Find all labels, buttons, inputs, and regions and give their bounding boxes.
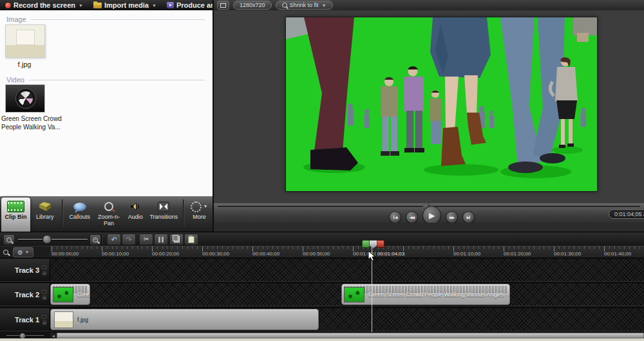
tab-label: Clip Bin [5,214,27,221]
tab-label: Callouts [70,214,91,221]
tab-separator [62,199,62,226]
video-section-label: Video [6,76,24,84]
gear-icon: ⚙ [17,249,23,256]
playhead-grip[interactable] [369,240,377,248]
link-icon[interactable] [41,290,47,293]
edit-dimensions-icon-button[interactable] [217,1,229,10]
callouts-icon [73,201,86,212]
main-toolbar: Record the screen ▼ Import media ▼ Produ… [0,0,213,10]
track-row-1[interactable]: f.jpg Track 1 [0,308,644,331]
clip-bin-icon [7,201,24,212]
chevron-down-icon: ▼ [25,250,29,254]
tab-label: Transitions [149,214,178,221]
horizontal-scrollbar[interactable]: ◀ [50,333,644,338]
bin-item-image-label: f.jpg [5,60,44,68]
zoom-n-pan-icon [104,201,113,212]
shrink-to-fit-button[interactable]: Shrink to fit ▼ [276,1,333,10]
timeline-zoom-in-button[interactable]: + [90,234,101,245]
ruler-label: 00:00:50;00 [303,251,330,257]
selection-out-marker[interactable] [377,240,384,248]
split-button[interactable] [154,234,168,245]
track-name: Track 1 [15,316,39,324]
timeline-ruler[interactable]: 00:00:00;00 00:00:10;00 00:00:20;00 00:0… [50,246,644,257]
track-row-3[interactable]: Track 3 [0,258,644,282]
film-reel-icon [16,89,35,108]
clip-footage[interactable]: Green Screen Crowd People Walking Variou… [341,284,510,305]
track-row-2[interactable]: Green Green Screen Crowd People Walking … [0,282,644,306]
magnifier-icon [3,250,8,255]
clip-thumbnail [54,311,73,328]
playback-control-bar: ◀ ◀◀ ▶ ▶▶ ▶ 0:01:04;05 / 0:0 [214,203,644,223]
lock-icon[interactable] [43,322,46,324]
more-icon: ▼ [191,201,207,212]
tab-more[interactable]: ▼ More [186,198,213,232]
scroll-left-button[interactable]: ◀ [50,333,57,338]
scissors-icon: ✂ [144,236,149,243]
copy-icon [174,236,180,243]
jump-to-start-button[interactable]: ◀ [389,211,401,223]
jump-to-end-button[interactable]: ▶ [462,211,475,223]
lock-icon[interactable] [43,297,46,299]
magnifier-icon [282,3,287,8]
record-screen-label: Record the screen [14,1,75,9]
timeline-tracks: Track 3 Green Green Screen Crowd People … [0,257,644,333]
link-icon[interactable] [41,315,47,318]
copy-button[interactable] [169,234,184,245]
tab-label: More [193,214,206,221]
lock-icon[interactable] [43,272,46,275]
step-back-button[interactable]: ◀◀ [406,211,418,223]
tab-clip-bin[interactable]: Clip Bin [1,198,30,232]
record-screen-button[interactable]: Record the screen ▼ [5,1,83,9]
panel-divider [213,0,214,232]
shrink-to-fit-label: Shrink to fit [290,2,319,8]
toolbar-separator [101,234,102,244]
tab-label: Zoom-n-Pan [95,214,122,227]
play-button[interactable]: ▶ [422,206,441,225]
timeline-zoom-out-button[interactable]: - [3,234,15,245]
tab-callouts[interactable]: Callouts [65,198,94,232]
track-header-1[interactable]: Track 1 [0,308,50,331]
dimensions-button[interactable]: 1280x720 [233,1,272,10]
scrollbar-thumb[interactable] [57,333,644,338]
cut-button[interactable]: ✂ [139,234,153,245]
track-header-2[interactable]: Track 2 [0,283,50,306]
chevron-down-icon: ▼ [79,3,83,8]
dimensions-label: 1280x720 [240,2,265,8]
import-media-label: Import media [104,1,149,9]
redo-button[interactable]: ↷ [122,234,136,245]
timeline-options-button[interactable]: ⚙▼ [13,247,33,257]
tab-label: Audio [128,214,143,221]
clip-green[interactable]: Green [50,284,90,305]
paste-icon [188,236,194,243]
bin-item-image-thumbnail[interactable] [5,24,45,58]
tab-transitions[interactable]: Transitions [147,198,180,232]
image-section-label: Image [6,15,26,23]
clip-label: f.jpg [77,317,88,323]
ruler-label: 00:01:10;00 [453,251,480,257]
paste-button[interactable] [184,234,198,245]
timeline-zoom-slider-handle[interactable] [43,235,52,244]
playhead-time-label: 00:01:04;03 [376,251,406,257]
tab-audio[interactable]: Audio [124,198,147,232]
selection-in-marker[interactable] [362,240,370,248]
undo-button[interactable]: ↶ [107,234,121,245]
import-media-button[interactable]: Import media ▼ [93,1,156,9]
playhead[interactable] [362,240,384,248]
link-icon[interactable] [41,265,47,269]
track-header-3[interactable]: Track 3 [0,259,50,281]
window-edge [0,338,644,341]
ruler-label: 00:00:40;00 [252,251,279,257]
preview-toolbar: 1280x720 Shrink to fit ▼ [214,0,644,10]
library-icon [38,201,52,212]
tab-zoom-n-pan[interactable]: Zoom-n-Pan [94,198,123,232]
ruler-label: 00:01:30;00 [554,251,581,257]
clip-image[interactable]: f.jpg [50,309,319,330]
timeline-zoom-slider[interactable] [18,239,88,240]
video-section-header: Video [6,76,205,84]
tab-label: Library [36,214,54,221]
preview-video[interactable] [285,17,598,192]
step-forward-button[interactable]: ▶▶ [446,211,458,223]
ruler-label: 00:00:00;00 [52,251,79,257]
bin-item-video-thumbnail[interactable] [5,84,45,113]
tab-library[interactable]: Library [30,198,59,232]
